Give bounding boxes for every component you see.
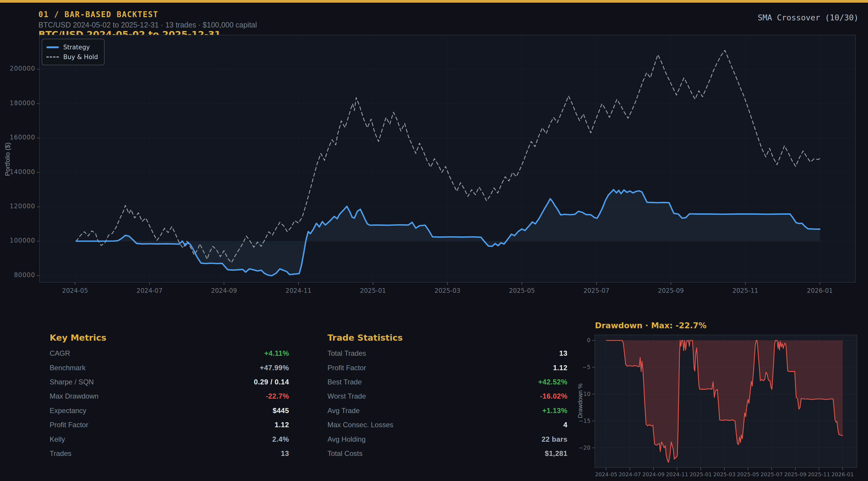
metric-label: Total Trades [328, 349, 366, 357]
drawdown-y-tick-label: 0 [570, 337, 590, 343]
metric-label: Sharpe / SQN [50, 378, 94, 386]
drawdown-y-axis-label: Drawdown % [577, 362, 584, 439]
metric-row: Max Consec. Losses4 [328, 418, 567, 432]
equity-x-tick-label: 2026-01 [799, 287, 840, 294]
equity-chart [39, 35, 856, 283]
metric-label: Max Drawdown [50, 392, 98, 400]
metric-value: 1.12 [553, 364, 567, 372]
equity-y-tick-label: 140000 [3, 168, 35, 175]
metric-value: 4 [563, 421, 567, 429]
drawdown-chart [595, 335, 857, 468]
buyhold-line-swatch [46, 57, 59, 58]
metric-label: Kelly [50, 435, 65, 444]
metric-label: Profit Factor [328, 364, 366, 372]
metric-value: +42.52% [538, 378, 567, 386]
equity-x-tick-label: 2025-07 [576, 287, 617, 294]
metric-label: Profit Factor [50, 421, 88, 429]
legend-item-strategy: Strategy [46, 42, 98, 52]
metric-value: 13 [559, 349, 567, 357]
equity-y-tick-label: 80000 [3, 271, 35, 279]
metric-label: Best Trade [328, 378, 362, 386]
metric-row: Expectancy$445 [50, 404, 289, 418]
metric-label: Expectancy [50, 407, 86, 415]
metric-value: +47.99% [260, 364, 289, 372]
drawdown-x-tick-label: 2026-01 [826, 471, 859, 477]
metric-value: 2.4% [272, 435, 289, 444]
metric-row: Max Drawdown-22.7% [50, 389, 289, 403]
legend-label: Strategy [63, 44, 90, 51]
metric-value: +4.11% [264, 349, 289, 357]
metric-row: Sharpe / SQN0.29 / 0.14 [50, 375, 289, 389]
metric-value: +1.13% [542, 407, 567, 415]
drawdown-y-tick-label: −20 [570, 444, 590, 451]
equity-x-tick-label: 2025-05 [501, 287, 542, 294]
equity-y-tick-label: 160000 [3, 134, 35, 141]
equity-x-tick-label: 2025-09 [650, 287, 691, 294]
equity-y-tick-label: 180000 [3, 100, 35, 107]
metric-row: Profit Factor1.12 [328, 360, 567, 375]
equity-y-tick-label: 100000 [3, 237, 35, 244]
equity-y-tick-label: 200000 [3, 65, 35, 72]
metric-value: 0.29 / 0.14 [254, 378, 289, 386]
metric-label: Avg Holding [328, 435, 366, 444]
report-kicker: 01 / BAR-BASED BACKTEST [38, 10, 158, 19]
metric-row: Best Trade+42.52% [328, 375, 567, 389]
metric-label: Trades [50, 449, 71, 458]
metric-row: CAGR+4.11% [50, 346, 289, 360]
metric-row: Trades13 [50, 446, 289, 460]
top-accent-bar [0, 0, 868, 3]
strategy-line-swatch [46, 46, 59, 48]
trade-stats-rows: Total Trades13Profit Factor1.12Best Trad… [328, 346, 567, 460]
equity-x-tick-label: 2025-11 [725, 287, 766, 294]
metric-row: Profit Factor1.12 [50, 418, 289, 432]
drawdown-y-tick-label: −10 [570, 391, 590, 397]
metric-label: CAGR [50, 349, 70, 357]
metric-value: $1,281 [545, 449, 567, 458]
legend-item-buyhold: Buy & Hold [46, 52, 98, 62]
trade-stats-title: Trade Statistics [328, 333, 567, 346]
metric-value: $445 [273, 407, 289, 415]
equity-x-tick-label: 2024-11 [278, 287, 319, 294]
metric-value: -16.02% [540, 392, 567, 400]
legend-label: Buy & Hold [63, 54, 98, 61]
key-metrics-panel: Key Metrics CAGR+4.11%Benchmark+47.99%Sh… [50, 333, 289, 460]
metric-value: 1.12 [275, 421, 289, 429]
metric-label: Avg Trade [328, 407, 360, 415]
metric-row: Avg Trade+1.13% [328, 404, 567, 418]
legend: Strategy Buy & Hold [42, 39, 104, 65]
equity-x-tick-label: 2024-09 [203, 287, 245, 294]
backtest-report: 01 / BAR-BASED BACKTEST BTC/USD 2024-05-… [0, 0, 868, 481]
equity-y-tick-label: 120000 [3, 203, 35, 210]
metric-row: Benchmark+47.99% [50, 360, 289, 375]
metric-label: Max Consec. Losses [328, 421, 393, 429]
metric-value: 22 bars [541, 435, 567, 444]
strategy-name-label: SMA Crossover (10/30) [758, 13, 859, 22]
metric-label: Total Costs [328, 449, 363, 458]
equity-x-tick-label: 2024-07 [129, 287, 170, 294]
drawdown-y-tick-label: −15 [570, 417, 590, 424]
metric-row: Kelly2.4% [50, 432, 289, 446]
metric-row: Total Trades13 [328, 346, 567, 360]
equity-x-tick-label: 2025-03 [427, 287, 468, 294]
key-metrics-title: Key Metrics [50, 333, 289, 346]
metric-row: Worst Trade-16.02% [328, 389, 567, 403]
metric-label: Worst Trade [328, 392, 366, 400]
key-metrics-rows: CAGR+4.11%Benchmark+47.99%Sharpe / SQN0.… [50, 346, 289, 460]
trade-stats-panel: Trade Statistics Total Trades13Profit Fa… [328, 333, 567, 460]
metric-label: Benchmark [50, 364, 85, 372]
equity-x-tick-label: 2025-01 [352, 287, 394, 294]
equity-y-axis-label: Portfolio ($) [4, 121, 11, 198]
report-subtitle: BTC/USD 2024-05-02 to 2025-12-31 · 13 tr… [38, 21, 257, 29]
drawdown-y-tick-label: −5 [570, 364, 590, 370]
metric-value: 13 [281, 449, 289, 458]
equity-x-tick-label: 2024-05 [54, 287, 96, 294]
drawdown-chart-title: Drawdown · Max: -22.7% [595, 321, 707, 330]
metric-row: Total Costs$1,281 [328, 446, 567, 460]
metric-value: -22.7% [266, 392, 289, 400]
metric-row: Avg Holding22 bars [328, 432, 567, 446]
